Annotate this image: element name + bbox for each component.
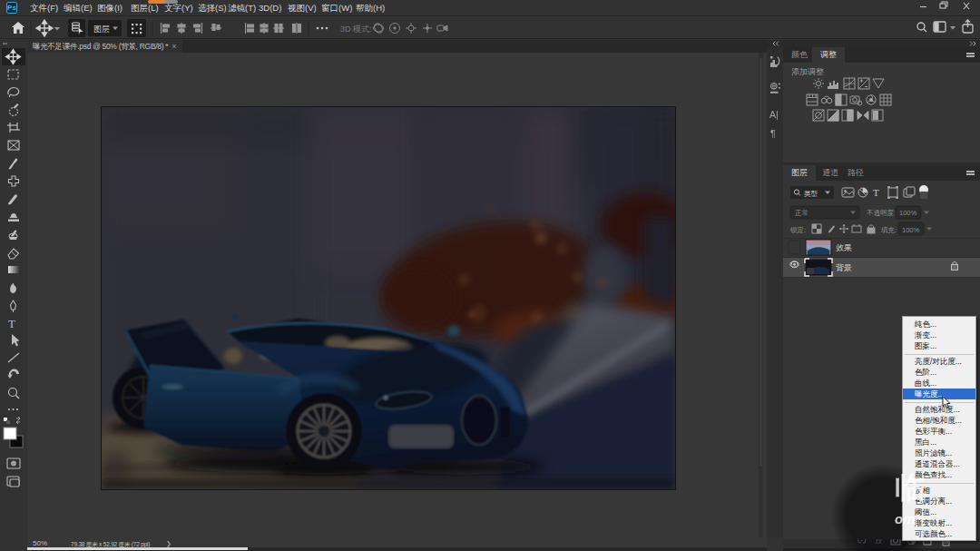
svg-text:A|: A|: [769, 109, 779, 120]
svg-text:类型: 类型: [804, 190, 818, 198]
svg-text:100%: 100%: [899, 209, 917, 217]
svg-text:锁定:: 锁定:: [789, 226, 806, 234]
svg-text:图层: 图层: [93, 25, 110, 34]
svg-text:正常: 正常: [795, 209, 808, 217]
svg-text:••: ••: [3, 40, 7, 46]
svg-text:不透明度:: 不透明度:: [867, 209, 896, 217]
svg-text:3D 模式:: 3D 模式:: [340, 25, 372, 34]
svg-text:100%: 100%: [902, 226, 920, 234]
svg-text:效果: 效果: [836, 243, 852, 252]
svg-text:T: T: [8, 317, 15, 330]
svg-text:填充:: 填充:: [880, 226, 897, 234]
svg-text:T: T: [873, 187, 879, 198]
svg-text:背景: 背景: [836, 263, 852, 272]
svg-text:¶: ¶: [770, 128, 776, 139]
